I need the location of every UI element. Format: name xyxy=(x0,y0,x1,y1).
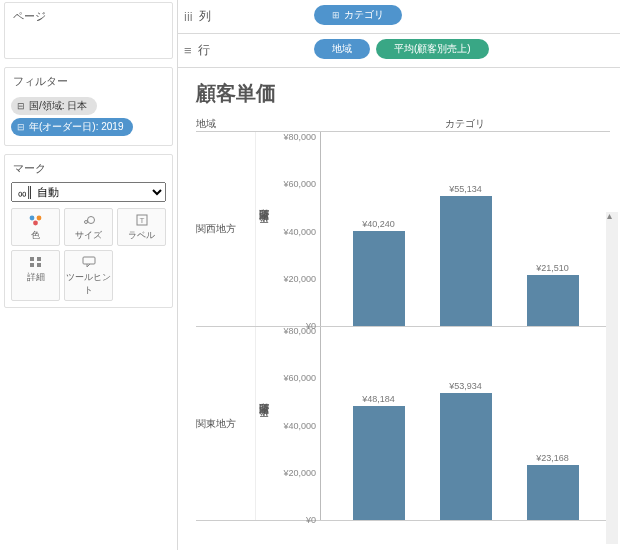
y-axis-label: 平均 顧客別売上 xyxy=(257,228,271,231)
bar-value-label: ¥53,934 xyxy=(449,381,482,391)
y-axis-label: 平均 顧客別売上 xyxy=(257,422,271,425)
svg-text:T: T xyxy=(139,216,144,225)
svg-rect-8 xyxy=(37,257,41,261)
viz-title: 顧客単価 xyxy=(196,80,610,107)
svg-rect-10 xyxy=(37,263,41,267)
y-ticks: ¥0¥20,000¥40,000¥60,000¥80,000 xyxy=(272,327,320,520)
pill-カテゴリ[interactable]: ⊞カテゴリ xyxy=(314,5,402,25)
mark-type-select[interactable]: ₀₀║ 自動 xyxy=(11,182,166,202)
rows-shelf[interactable]: ≡行 地域平均(顧客別売上) xyxy=(178,34,620,68)
bar[interactable]: ¥23,168 xyxy=(527,453,579,520)
mark-tooltip-button[interactable]: ツールヒント xyxy=(64,250,113,301)
plot-area: ¥40,240¥55,134¥21,510 xyxy=(320,132,610,326)
pill-年(オーダー日): 2019[interactable]: ⊟年(オーダー日): 2019 xyxy=(11,118,133,136)
pill-icon: ⊟ xyxy=(17,101,25,111)
svg-rect-9 xyxy=(30,263,34,267)
bar-value-label: ¥23,168 xyxy=(536,453,569,463)
bar[interactable]: ¥53,934 xyxy=(440,381,492,520)
bar-value-label: ¥48,184 xyxy=(362,394,395,404)
pill-icon: ⊟ xyxy=(17,122,25,132)
svg-point-2 xyxy=(33,221,38,226)
pill-field-icon: ⊞ xyxy=(332,10,340,20)
mark-size-button[interactable]: サイズ xyxy=(64,208,113,246)
columns-icon: iii xyxy=(184,9,193,24)
marks-title: マーク xyxy=(5,155,172,182)
bar[interactable]: ¥40,240 xyxy=(353,219,405,326)
svg-rect-7 xyxy=(30,257,34,261)
svg-rect-11 xyxy=(83,257,95,264)
svg-point-1 xyxy=(36,216,41,221)
mark-detail-button[interactable]: 詳細 xyxy=(11,250,60,301)
bar[interactable]: ¥48,184 xyxy=(353,394,405,520)
filters-panel: フィルター ⊟国/領域: 日本⊟年(オーダー日): 2019 xyxy=(4,67,173,146)
filters-title: フィルター xyxy=(5,68,172,95)
bar-value-label: ¥40,240 xyxy=(362,219,395,229)
pill-平均(顧客別売上)[interactable]: 平均(顧客別売上) xyxy=(376,39,489,59)
y-ticks: ¥0¥20,000¥40,000¥60,000¥80,000 xyxy=(272,132,320,326)
mark-color-button[interactable]: 色 xyxy=(11,208,60,246)
pages-title: ページ xyxy=(5,3,172,30)
marks-panel: マーク ₀₀║ 自動 色 サイズ T ラベル 詳細 ツールヒント xyxy=(4,154,173,308)
pill-国/領域: 日本[interactable]: ⊟国/領域: 日本 xyxy=(11,97,97,115)
rows-icon: ≡ xyxy=(184,43,192,58)
svg-point-4 xyxy=(87,217,94,224)
chart-row: 関西地方平均 顧客別売上¥0¥20,000¥40,000¥60,000¥80,0… xyxy=(196,131,610,326)
bar-value-label: ¥21,510 xyxy=(536,263,569,273)
plot-area: ¥48,184¥53,934¥23,168 xyxy=(320,327,610,520)
pill-地域[interactable]: 地域 xyxy=(314,39,370,59)
bar[interactable]: ¥21,510 xyxy=(527,263,579,326)
bar-value-label: ¥55,134 xyxy=(449,184,482,194)
mark-label-button[interactable]: T ラベル xyxy=(117,208,166,246)
bar[interactable]: ¥55,134 xyxy=(440,184,492,326)
row-header: 地域 xyxy=(196,117,256,131)
chart-row: 関東地方平均 顧客別売上¥0¥20,000¥40,000¥60,000¥80,0… xyxy=(196,326,610,521)
row-label: 関東地方 xyxy=(196,327,256,520)
vertical-scrollbar[interactable] xyxy=(606,212,618,544)
visualization: 顧客単価 地域 カテゴリ 関西地方平均 顧客別売上¥0¥20,000¥40,00… xyxy=(178,68,620,550)
col-header: カテゴリ xyxy=(320,117,610,131)
svg-point-3 xyxy=(84,221,87,224)
svg-point-0 xyxy=(29,216,34,221)
row-label: 関西地方 xyxy=(196,132,256,326)
pages-panel: ページ xyxy=(4,2,173,59)
columns-shelf[interactable]: iii列 ⊞カテゴリ xyxy=(178,0,620,34)
